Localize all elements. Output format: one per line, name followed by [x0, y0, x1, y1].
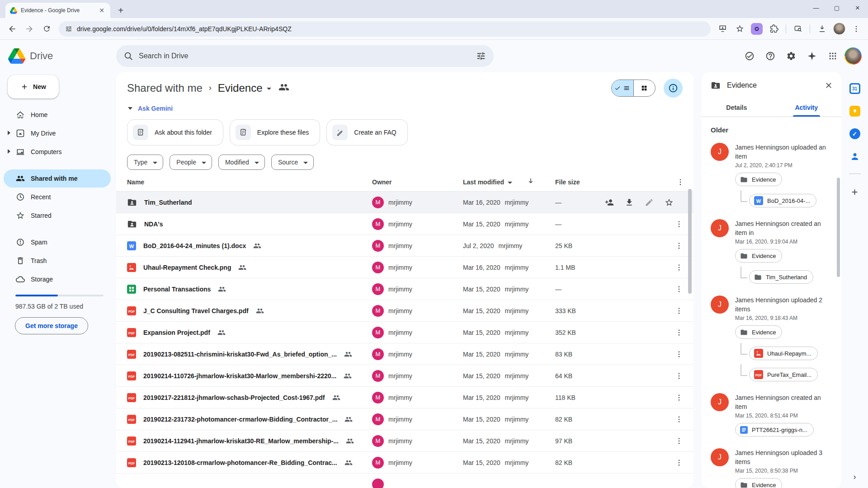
rename-icon[interactable] [644, 197, 655, 208]
sort-direction-icon[interactable] [527, 177, 535, 187]
row-more-icon[interactable] [674, 327, 684, 338]
row-more-icon[interactable] [674, 305, 684, 316]
row-more-icon[interactable] [674, 414, 684, 425]
drive-searchbar[interactable] [116, 45, 494, 67]
column-owner[interactable]: Owner [372, 178, 463, 186]
table-row[interactable]: Tim_SutherlandMmrjimmyMar 16, 2020mrjimm… [116, 192, 693, 213]
window-close-button[interactable]: ✕ [847, 0, 868, 15]
row-more-icon[interactable] [674, 284, 684, 295]
tasks-icon[interactable]: ✓ [849, 128, 860, 139]
sidebar-item-home[interactable]: Home [4, 106, 111, 124]
table-row[interactable]: PDFExpansion Project.pdfMmrjimmyMar 15, … [116, 322, 693, 343]
window-minimize-button[interactable]: — [806, 0, 826, 15]
ask-gemini-label[interactable]: Ask Gemini [138, 105, 173, 112]
keep-icon[interactable] [849, 106, 860, 117]
gemini-sparkle-icon[interactable] [803, 47, 821, 65]
column-file-size[interactable]: File size [555, 178, 604, 186]
activity-file-chip[interactable]: Tim_Sutherland [749, 270, 813, 284]
list-view-button[interactable] [612, 80, 634, 96]
breadcrumb-root[interactable]: Shared with me [127, 82, 203, 94]
table-row[interactable]: PDF20190213-120108-crmarlow-photomancer-… [116, 452, 693, 474]
table-row[interactable]: WBoD_2016-04-24_minutes (1).docxMmrjimmy… [116, 235, 693, 257]
table-row[interactable]: PDF20190214-112941-jhmarlow-kriskat30-RE… [116, 430, 693, 452]
row-more-icon[interactable] [674, 436, 684, 446]
screen-capture-extension-icon[interactable] [750, 21, 764, 37]
activity-file-chip[interactable]: WBoD_2016-04-... [749, 194, 816, 207]
grid-view-button[interactable] [634, 80, 656, 96]
extensions-puzzle-icon[interactable] [767, 21, 781, 37]
row-more-icon[interactable] [674, 219, 684, 230]
filter-type[interactable]: Type [127, 155, 163, 170]
breadcrumb-current[interactable]: Evidence [218, 82, 272, 94]
activity-file-chip[interactable]: PTT26621-griggs-n... [735, 423, 814, 436]
sidebar-item-recent[interactable]: Recent [4, 188, 111, 206]
close-panel-icon[interactable] [824, 81, 833, 90]
downloads-icon[interactable] [815, 21, 829, 37]
table-row[interactable]: Uhaul-Repayment Check.pngMmrjimmyMar 16,… [116, 257, 693, 278]
activity-file-chip[interactable]: Evidence [735, 173, 782, 186]
settings-gear-icon[interactable] [782, 47, 800, 65]
table-row[interactable]: PDFJ_C Consulting Travel Charges.pdfMmrj… [116, 300, 693, 322]
activity-file-chip[interactable]: Evidence [735, 478, 782, 488]
browser-tab[interactable]: Evidence - Google Drive ✕ [5, 3, 110, 18]
share-icon[interactable] [604, 197, 615, 208]
window-maximize-button[interactable]: ▢ [826, 0, 847, 15]
sidebar-item-computers[interactable]: Computers [4, 143, 111, 161]
table-row[interactable]: PDF20190217-221812-jhmarlow-schasb-Proje… [116, 387, 693, 408]
install-app-icon[interactable] [715, 21, 730, 37]
row-more-icon[interactable] [674, 371, 684, 381]
download-icon[interactable] [624, 197, 635, 208]
filter-modified[interactable]: Modified [218, 155, 265, 170]
account-avatar[interactable] [844, 47, 862, 65]
folder-shared-members-icon[interactable] [278, 82, 289, 94]
new-tab-button[interactable]: + [114, 4, 127, 17]
hide-side-panel-icon[interactable]: › [854, 472, 856, 482]
suggestion-create-faq[interactable]: Create an FAQ [326, 119, 407, 145]
search-input[interactable] [139, 52, 467, 60]
row-more-icon[interactable] [674, 240, 684, 251]
activity-file-chip[interactable]: PDFPureTax_Email... [749, 368, 818, 381]
filter-people[interactable]: People [170, 155, 212, 170]
google-apps-grid-icon[interactable] [824, 47, 842, 65]
table-header-more-icon[interactable] [604, 178, 684, 186]
file-list-scrollbar[interactable] [688, 189, 692, 294]
column-last-modified[interactable]: Last modified [463, 177, 555, 187]
site-settings-icon[interactable] [65, 25, 72, 33]
search-options-icon[interactable] [472, 47, 490, 65]
offline-status-icon[interactable] [741, 47, 759, 65]
tab-activity[interactable]: Activity [772, 99, 842, 117]
ask-gemini-section[interactable]: Ask Gemini [116, 98, 693, 112]
browser-menu-icon[interactable] [849, 21, 863, 37]
expand-caret-icon[interactable] [8, 149, 10, 154]
calendar-icon[interactable]: 31 [849, 83, 860, 94]
panel-scrollbar[interactable] [837, 178, 840, 277]
table-row-partial[interactable] [116, 474, 693, 488]
activity-file-chip[interactable]: Evidence [735, 325, 782, 339]
add-apps-icon[interactable]: + [851, 186, 858, 198]
row-more-icon[interactable] [674, 392, 684, 403]
row-more-icon[interactable] [674, 457, 684, 468]
row-more-icon[interactable] [674, 349, 684, 360]
get-more-storage-button[interactable]: Get more storage [15, 317, 88, 334]
table-row[interactable]: PDF20190213-082511-chrismini-kriskat30-F… [116, 343, 693, 365]
forward-button[interactable] [22, 21, 37, 37]
activity-file-chip[interactable]: Uhaul-Repaym... [749, 347, 818, 360]
contacts-icon[interactable] [849, 151, 860, 162]
sidebar-item-starred[interactable]: Starred [4, 206, 111, 225]
suggestion-explore-files[interactable]: Explore these files [230, 119, 320, 145]
activity-file-chip[interactable]: Evidence [735, 249, 782, 263]
address-bar[interactable]: drive.google.com/drive/u/0/folders/14mXf… [59, 21, 711, 37]
reload-button[interactable] [39, 21, 54, 37]
sidebar-item-my-drive[interactable]: My Drive [4, 124, 111, 142]
drive-brand[interactable]: Drive [0, 48, 116, 64]
expand-caret-icon[interactable] [8, 131, 10, 135]
sidebar-item-trash[interactable]: Trash [4, 252, 111, 270]
table-row[interactable]: PDF20190212-231732-photomancer-crmarlow-… [116, 408, 693, 430]
back-button[interactable] [5, 21, 20, 37]
suggestion-ask-about-folder[interactable]: Ask about this folder [127, 119, 223, 145]
bookmark-star-icon[interactable] [732, 21, 747, 37]
search-icon[interactable] [123, 51, 133, 61]
star-icon[interactable] [664, 197, 675, 208]
search-this-tab-icon[interactable] [791, 21, 805, 37]
row-more-icon[interactable] [674, 262, 684, 273]
